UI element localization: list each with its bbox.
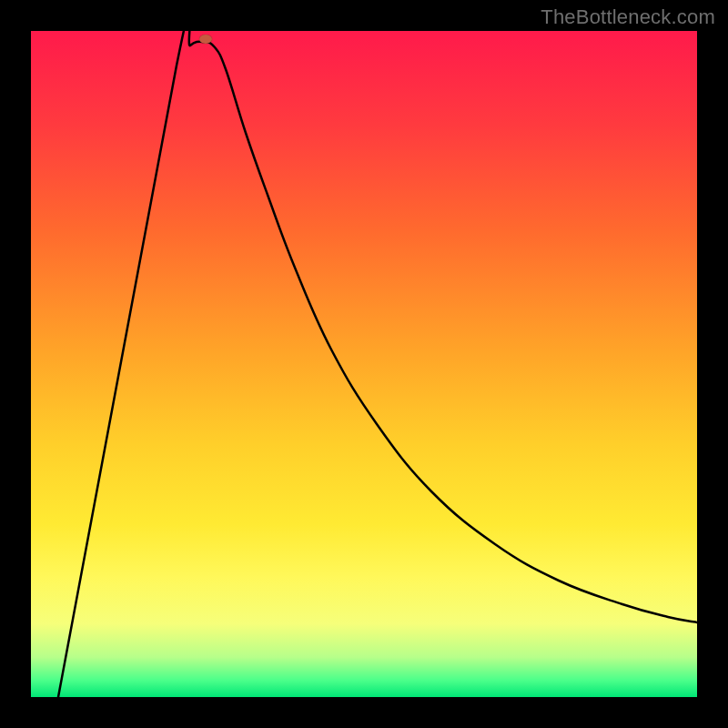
optimum-marker xyxy=(199,35,212,44)
plot-area xyxy=(31,31,697,697)
chart-frame: TheBottleneck.com xyxy=(0,0,728,728)
watermark-text: TheBottleneck.com xyxy=(541,5,715,29)
bottleneck-curve xyxy=(31,31,697,697)
